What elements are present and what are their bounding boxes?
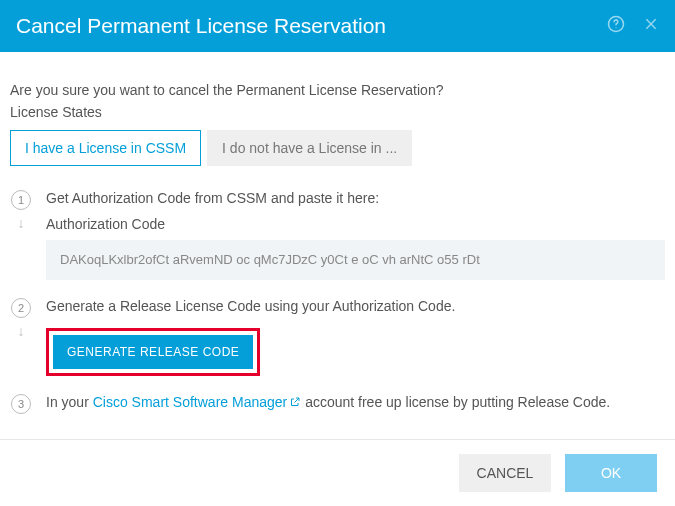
step-content: Get Authorization Code from CSSM and pas…: [46, 190, 665, 280]
step-marker: 3: [10, 394, 32, 414]
license-states-label: License States: [10, 104, 665, 120]
step-content: In your Cisco Smart Software Manager acc…: [46, 394, 665, 411]
dialog-title: Cancel Permanent License Reservation: [16, 14, 607, 38]
step-2-text: Generate a Release License Code using yo…: [46, 298, 665, 314]
step-3-post: account free up license by putting Relea…: [305, 394, 610, 410]
close-icon[interactable]: [643, 16, 659, 36]
down-arrow-icon: ↓: [18, 324, 25, 338]
dialog-body: Are you sure you want to cancel the Perm…: [0, 52, 675, 439]
tab-have-license[interactable]: I have a License in CSSM: [10, 130, 201, 166]
license-state-tabs: I have a License in CSSM I do not have a…: [10, 130, 665, 166]
tab-no-license[interactable]: I do not have a License in ...: [207, 130, 412, 166]
generate-release-code-button[interactable]: GENERATE RELEASE CODE: [53, 335, 253, 369]
help-icon[interactable]: [607, 15, 625, 37]
dialog-header: Cancel Permanent License Reservation: [0, 0, 675, 52]
step-1: 1 ↓ Get Authorization Code from CSSM and…: [10, 190, 665, 280]
auth-code-input[interactable]: DAKoqLKxlbr2ofCt aRvemND oc qMc7JDzC y0C…: [46, 240, 665, 280]
steps-container: 1 ↓ Get Authorization Code from CSSM and…: [10, 190, 665, 414]
dialog-footer: CANCEL OK: [0, 439, 675, 506]
step-3: 3 In your Cisco Smart Software Manager a…: [10, 394, 665, 414]
step-marker: 1 ↓: [10, 190, 32, 230]
external-link-icon: [289, 395, 301, 411]
confirm-question: Are you sure you want to cancel the Perm…: [10, 82, 665, 98]
header-controls: [607, 15, 659, 37]
step-number: 2: [11, 298, 31, 318]
ok-button[interactable]: OK: [565, 454, 657, 492]
step-number: 3: [11, 394, 31, 414]
step-2: 2 ↓ Generate a Release License Code usin…: [10, 298, 665, 376]
step-number: 1: [11, 190, 31, 210]
auth-code-label: Authorization Code: [46, 216, 665, 232]
step-content: Generate a Release License Code using yo…: [46, 298, 665, 376]
highlight-box: GENERATE RELEASE CODE: [46, 328, 260, 376]
step-marker: 2 ↓: [10, 298, 32, 338]
cancel-license-dialog: Cancel Permanent License Reservation Are…: [0, 0, 675, 506]
step-3-pre: In your: [46, 394, 93, 410]
cssm-link[interactable]: Cisco Smart Software Manager: [93, 394, 302, 410]
svg-point-1: [615, 27, 616, 28]
step-1-text: Get Authorization Code from CSSM and pas…: [46, 190, 665, 206]
down-arrow-icon: ↓: [18, 216, 25, 230]
cancel-button[interactable]: CANCEL: [459, 454, 551, 492]
